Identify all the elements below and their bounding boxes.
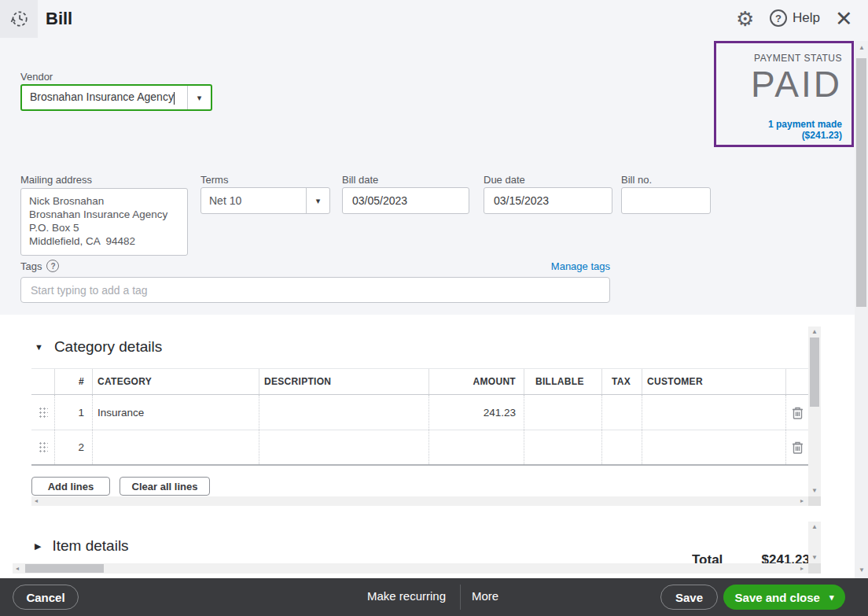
category-details-title: Category details [54, 338, 162, 356]
customer-cell[interactable] [642, 395, 786, 430]
expand-triangle-icon: ▶ [35, 541, 41, 551]
scrollbar-corner [808, 496, 821, 506]
col-number: # [55, 369, 93, 394]
due-date-label: Due date [484, 174, 525, 186]
due-date-input[interactable] [484, 187, 612, 214]
scrollbar-thumb[interactable] [810, 338, 819, 407]
details-panel: ▼ Category details # CATEGORY DESCRIPTIO… [0, 315, 855, 578]
mailing-address-label: Mailing address [20, 174, 92, 186]
clear-all-lines-button[interactable]: Clear all lines [120, 477, 210, 496]
category-cell[interactable] [93, 430, 259, 464]
gear-icon[interactable]: ⚙ [736, 7, 754, 31]
item-horizontal-scrollbar[interactable]: ◂ ▸ [13, 563, 808, 574]
table-row: 2 [31, 430, 808, 466]
col-description: DESCRIPTION [259, 369, 429, 394]
amount-cell[interactable]: 241.23 [429, 395, 524, 430]
more-button[interactable]: More [472, 589, 498, 603]
add-lines-button[interactable]: Add lines [31, 477, 110, 496]
trash-icon[interactable] [790, 441, 804, 455]
help-button[interactable]: ? Help [770, 9, 820, 27]
tags-help-icon[interactable]: ? [46, 260, 59, 272]
tags-input[interactable] [20, 277, 610, 303]
col-tax: TAX [602, 369, 642, 394]
page-scrollbar[interactable]: ▲ ▼ [855, 41, 868, 578]
bill-date-label: Bill date [342, 174, 378, 186]
tax-cell[interactable] [602, 395, 642, 430]
scroll-down-icon[interactable]: ▼ [811, 555, 818, 561]
scroll-up-icon[interactable]: ▲ [811, 329, 818, 335]
bill-no-input[interactable] [621, 187, 711, 214]
col-amount: AMOUNT [429, 369, 524, 394]
recent-transactions-button[interactable] [0, 0, 38, 38]
scrollbar-thumb[interactable] [25, 564, 104, 573]
help-question-icon: ? [770, 9, 787, 27]
tags-label: Tags [20, 260, 42, 272]
tax-cell[interactable] [602, 430, 642, 464]
footer-divider [460, 585, 461, 610]
bill-date-input[interactable] [342, 187, 469, 214]
customer-cell[interactable] [642, 430, 786, 464]
mailing-address-field[interactable]: Nick Brosnahan Brosnahan Insurance Agenc… [20, 188, 188, 256]
close-icon[interactable]: ✕ [835, 6, 853, 31]
scrollbar-corner [808, 563, 821, 574]
scroll-right-icon[interactable]: ▸ [800, 566, 804, 572]
collapse-triangle-icon: ▼ [35, 342, 43, 352]
vendor-label: Vendor [20, 71, 53, 83]
terms-dropdown-button[interactable]: ▾ [306, 188, 329, 213]
terms-label: Terms [200, 174, 228, 186]
scroll-down-icon[interactable]: ▼ [859, 567, 865, 574]
item-details-title: Item details [52, 537, 128, 555]
billable-cell[interactable] [524, 395, 602, 430]
scroll-up-icon[interactable]: ▲ [859, 45, 865, 51]
col-billable: BILLABLE [524, 369, 602, 394]
terms-select[interactable]: Net 10 ▾ [200, 187, 330, 214]
scroll-left-icon[interactable]: ◂ [35, 498, 38, 504]
scroll-left-icon[interactable]: ◂ [16, 566, 19, 572]
billable-cell[interactable] [524, 430, 602, 464]
description-cell[interactable] [259, 430, 429, 464]
scroll-down-icon[interactable]: ▼ [811, 488, 818, 494]
manage-tags-link[interactable]: Manage tags [551, 260, 610, 272]
total-row: Total $241.23 [692, 552, 810, 564]
scrollbar-thumb[interactable] [856, 58, 866, 307]
vendor-select[interactable]: Brosnahan Insurance Agency ▾ [20, 84, 212, 111]
description-cell[interactable] [259, 395, 429, 430]
col-category: CATEGORY [93, 369, 259, 394]
category-table: # CATEGORY DESCRIPTION AMOUNT BILLABLE T… [31, 368, 808, 466]
drag-handle-icon[interactable] [38, 406, 48, 419]
history-clock-icon [9, 9, 29, 29]
chevron-down-icon[interactable]: ▾ [829, 592, 834, 603]
table-row: 1 Insurance 241.23 [31, 395, 808, 430]
item-vertical-scrollbar[interactable]: ▲ ▼ [808, 522, 821, 563]
item-details-toggle[interactable]: ▶ Item details [35, 537, 129, 555]
footer-bar: Cancel Make recurring More Save Save and… [0, 578, 868, 616]
save-and-close-button[interactable]: Save and close ▾ [723, 585, 845, 610]
vendor-dropdown-button[interactable]: ▾ [187, 86, 211, 109]
vendor-value: Brosnahan Insurance Agency [30, 90, 174, 103]
trash-icon[interactable] [790, 405, 804, 419]
amount-cell[interactable] [429, 430, 524, 464]
category-vertical-scrollbar[interactable]: ▲ ▼ [808, 326, 821, 496]
page-title: Bill [46, 9, 72, 29]
make-recurring-button[interactable]: Make recurring [367, 589, 446, 603]
total-amount: $241.23 [762, 552, 810, 564]
category-details-toggle[interactable]: ▼ Category details [35, 338, 162, 356]
payment-status-label: PAYMENT STATUS [726, 53, 842, 64]
payment-status-value: PAID [726, 65, 842, 103]
scroll-right-icon[interactable]: ▸ [800, 498, 804, 504]
text-caret [174, 92, 175, 105]
save-button[interactable]: Save [660, 585, 718, 610]
save-and-close-label: Save and close [735, 591, 820, 604]
scroll-up-icon[interactable]: ▲ [811, 524, 818, 530]
terms-value: Net 10 [201, 194, 306, 207]
row-number: 1 [55, 395, 93, 430]
category-cell[interactable]: Insurance [93, 395, 259, 430]
cancel-button[interactable]: Cancel [13, 585, 79, 610]
category-horizontal-scrollbar[interactable]: ◂ ▸ [31, 496, 808, 506]
col-customer: CUSTOMER [642, 369, 786, 394]
chevron-down-icon: ▾ [316, 196, 321, 206]
drag-handle-icon[interactable] [38, 441, 48, 454]
row-number: 2 [55, 430, 93, 464]
bill-no-label: Bill no. [621, 174, 652, 186]
payment-made-link[interactable]: 1 payment made ($241.23) [726, 119, 842, 141]
